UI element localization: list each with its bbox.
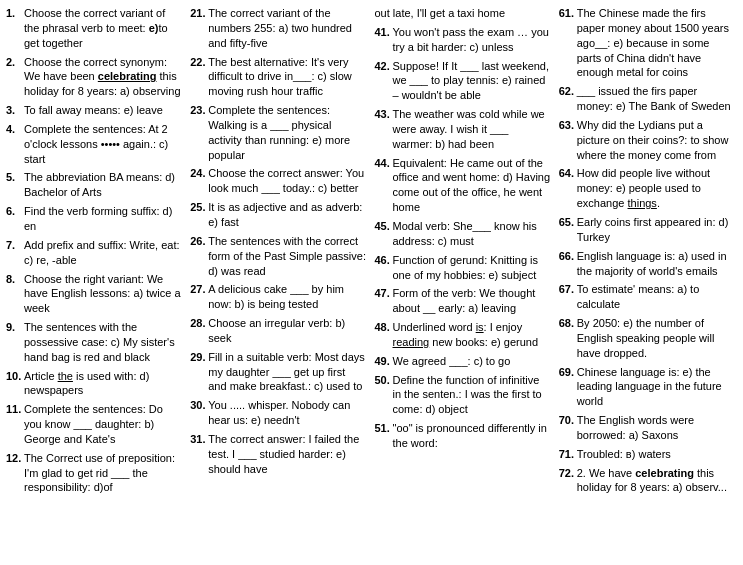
list-item: 44. Equivalent: He came out of the offic… <box>375 156 551 215</box>
list-item: 69. Chinese language is: e) the leading … <box>559 365 735 410</box>
item-text: How did people live without money: e) pe… <box>577 166 735 211</box>
item-number: 3. <box>6 103 24 118</box>
list-item: 62. ___ issued the firs paper money: e) … <box>559 84 735 114</box>
list-item: 6. Find the verb forming suffix: d) en <box>6 204 182 234</box>
item-number: 7. <box>6 238 24 253</box>
list-item: 61. The Chinese made the firs paper mone… <box>559 6 735 80</box>
item-number: 64. <box>559 166 577 181</box>
item-text: To fall away means: e) leave <box>24 103 182 118</box>
item-number: 51. <box>375 421 393 436</box>
list-item: 63. Why did the Lydians put a picture on… <box>559 118 735 163</box>
item-number: 6. <box>6 204 24 219</box>
list-item: 5. The abbreviation BA means: d) Bachelo… <box>6 170 182 200</box>
list-item: 26. The sentences with the correct form … <box>190 234 366 279</box>
item-number: 28. <box>190 316 208 331</box>
item-text: You ..... whisper. Nobody can hear us: e… <box>208 398 366 428</box>
item-text: A delicious cake ___ by him now: b) is b… <box>208 282 366 312</box>
list-item: 64. How did people live without money: e… <box>559 166 735 211</box>
list-item: 2. Choose the correct synonym: We have b… <box>6 55 182 100</box>
item-text: Complete the sentences: Walking is a ___… <box>208 103 366 162</box>
list-item: 4. Complete the sentences: At 2 o'clock … <box>6 122 182 167</box>
list-item: 67. To estimate' means: a) to calculate <box>559 282 735 312</box>
list-item: 29. Fill in a suitable verb: Most days m… <box>190 350 366 395</box>
item-text: Chinese language is: e) the leading lang… <box>577 365 735 410</box>
item-text: Troubled: в) waters <box>577 447 735 462</box>
item-number: 61. <box>559 6 577 21</box>
column-4: 61. The Chinese made the firs paper mone… <box>555 6 739 499</box>
list-item: 70. The English words were borrowed: a) … <box>559 413 735 443</box>
item-number: 66. <box>559 249 577 264</box>
item-text: Underlined word is: I enjoy reading new … <box>393 320 551 350</box>
item-number: 1. <box>6 6 24 21</box>
list-item: 41. You won't pass the exam … you try a … <box>375 25 551 55</box>
item-number: 26. <box>190 234 208 249</box>
item-number: 4. <box>6 122 24 137</box>
item-number: 71. <box>559 447 577 462</box>
item-number: 62. <box>559 84 577 99</box>
item-text: The abbreviation BA means: d) Bachelor o… <box>24 170 182 200</box>
item-number: 10. <box>6 369 24 384</box>
list-item: 24. Choose the correct answer: You look … <box>190 166 366 196</box>
item-text: Complete the sentences: Do you know ___ … <box>24 402 182 447</box>
list-item: 42. Suppose! If It ___ last weekend, we … <box>375 59 551 104</box>
item-text: "oo" is pronounced differently in the wo… <box>393 421 551 451</box>
item-text: Add prefix and suffix: Write, eat: c) re… <box>24 238 182 268</box>
item-text: The sentences with the possessive case: … <box>24 320 182 365</box>
list-item: 48. Underlined word is: I enjoy reading … <box>375 320 551 350</box>
item-text: To estimate' means: a) to calculate <box>577 282 735 312</box>
list-item: 72. 2. We have celebrating this holiday … <box>559 466 735 496</box>
list-item: 31. The correct answer: I failed the tes… <box>190 432 366 477</box>
item-text: ___ issued the firs paper money: e) The … <box>577 84 735 114</box>
list-item: 10. Article the is used with: d) newspap… <box>6 369 182 399</box>
column-2: 21. The correct variant of the numbers 2… <box>186 6 370 499</box>
list-item: 46. Function of gerund: Knitting is one … <box>375 253 551 283</box>
item-number: 27. <box>190 282 208 297</box>
item-text: It is as adjective and as adverb: e) fas… <box>208 200 366 230</box>
item-text: The English words were borrowed: a) Saxo… <box>577 413 735 443</box>
item-number: 70. <box>559 413 577 428</box>
item-text: You won't pass the exam … you try a bit … <box>393 25 551 55</box>
item-text: The correct variant of the numbers 255: … <box>208 6 366 51</box>
list-item: 49. We agreed ___: c) to go <box>375 354 551 369</box>
list-item: 66. English language is: a) used in the … <box>559 249 735 279</box>
item-text: Suppose! If It ___ last weekend, we ___ … <box>393 59 551 104</box>
list-item: 45. Modal verb: She___ know his address:… <box>375 219 551 249</box>
page-container: 1. Choose the correct variant of the phr… <box>0 0 743 505</box>
list-item: 30. You ..... whisper. Nobody can hear u… <box>190 398 366 428</box>
item-number: 29. <box>190 350 208 365</box>
item-text: Complete the sentences: At 2 o'clock les… <box>24 122 182 167</box>
item-text: Fill in a suitable verb: Most days my da… <box>208 350 366 395</box>
item-number: 2. <box>6 55 24 70</box>
item-number: 9. <box>6 320 24 335</box>
item-number: 43. <box>375 107 393 122</box>
list-item: 68. By 2050: e) the number of English sp… <box>559 316 735 361</box>
item-text: Choose the correct answer: You look much… <box>208 166 366 196</box>
list-item: 71. Troubled: в) waters <box>559 447 735 462</box>
list-item: 22. The best alternative: It's very diff… <box>190 55 366 100</box>
list-item: 50. Define the function of infinitive in… <box>375 373 551 418</box>
list-item: 7. Add prefix and suffix: Write, eat: c)… <box>6 238 182 268</box>
list-item: 28. Choose an irregular verb: b) seek <box>190 316 366 346</box>
item-text: The sentences with the correct form of t… <box>208 234 366 279</box>
item-number: 48. <box>375 320 393 335</box>
item-text: Modal verb: She___ know his address: c) … <box>393 219 551 249</box>
item-text: We agreed ___: c) to go <box>393 354 551 369</box>
list-item: 3. To fall away means: e) leave <box>6 103 182 118</box>
item-text: Define the function of infinitive in the… <box>393 373 551 418</box>
item-number: 44. <box>375 156 393 171</box>
list-item: out late, I'll get a taxi home <box>375 6 551 21</box>
item-text: Why did the Lydians put a picture on the… <box>577 118 735 163</box>
column-1: 1. Choose the correct variant of the phr… <box>4 6 186 499</box>
item-number: 12. <box>6 451 24 466</box>
item-text: Choose an irregular verb: b) seek <box>208 316 366 346</box>
item-number: 72. <box>559 466 577 481</box>
item-text: Choose the correct synonym: We have been… <box>24 55 182 100</box>
item-number: 45. <box>375 219 393 234</box>
list-item: 21. The correct variant of the numbers 2… <box>190 6 366 51</box>
item-number: 21. <box>190 6 208 21</box>
item-number: 68. <box>559 316 577 331</box>
list-item: 8. Choose the right variant: We have Eng… <box>6 272 182 317</box>
item-text: The Chinese made the firs paper money ab… <box>577 6 735 80</box>
item-number: 41. <box>375 25 393 40</box>
item-text: By 2050: e) the number of English speaki… <box>577 316 735 361</box>
